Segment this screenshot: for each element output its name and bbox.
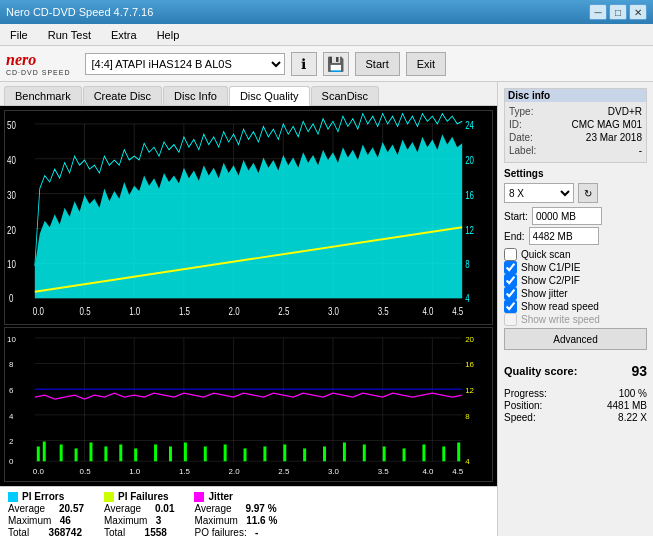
svg-text:0.0: 0.0: [33, 467, 45, 476]
titlebar: Nero CD-DVD Speed 4.7.7.16 ─ □ ✕: [0, 0, 653, 24]
svg-text:16: 16: [465, 190, 474, 201]
legend: PI Errors Average 20.57 Maximum 46 Total…: [0, 486, 497, 536]
svg-text:20: 20: [465, 155, 474, 166]
progress-section: Progress: 100 % Position: 4481 MB Speed:…: [504, 388, 647, 424]
svg-text:1.0: 1.0: [129, 467, 141, 476]
svg-text:2.5: 2.5: [278, 306, 289, 317]
svg-rect-75: [422, 444, 425, 461]
svg-rect-74: [403, 448, 406, 461]
refresh-button[interactable]: ↻: [578, 183, 598, 203]
close-button[interactable]: ✕: [629, 4, 647, 20]
svg-text:0.0: 0.0: [33, 306, 44, 317]
svg-text:12: 12: [465, 386, 474, 395]
disc-info-title: Disc info: [505, 89, 646, 102]
minimize-button[interactable]: ─: [589, 4, 607, 20]
svg-rect-65: [224, 444, 227, 461]
svg-text:3.5: 3.5: [378, 306, 389, 317]
nero-sub-text: CD·DVD SPEED: [6, 69, 71, 76]
show-read-row: Show read speed: [504, 300, 647, 313]
svg-text:4: 4: [9, 412, 14, 421]
svg-text:2: 2: [9, 438, 13, 447]
menu-run-test[interactable]: Run Test: [42, 27, 97, 43]
show-write-row: Show write speed: [504, 313, 647, 326]
tab-disc-info[interactable]: Disc Info: [163, 86, 228, 105]
disc-type-row: Type: DVD+R: [509, 106, 642, 117]
pi-errors-maximum: Maximum 46: [8, 515, 84, 526]
quick-scan-checkbox[interactable]: [504, 248, 517, 261]
tab-benchmark[interactable]: Benchmark: [4, 86, 82, 105]
svg-text:3.5: 3.5: [378, 467, 390, 476]
svg-text:12: 12: [465, 225, 474, 236]
jitter-title: Jitter: [194, 491, 277, 502]
tab-create-disc[interactable]: Create Disc: [83, 86, 162, 105]
svg-rect-66: [244, 448, 247, 461]
jitter-maximum: Maximum 11.6 %: [194, 515, 277, 526]
svg-rect-71: [343, 443, 346, 462]
svg-rect-76: [442, 446, 445, 461]
window-controls: ─ □ ✕: [589, 4, 647, 20]
svg-text:4.0: 4.0: [422, 306, 433, 317]
pi-errors-average: Average 20.57: [8, 503, 84, 514]
menu-help[interactable]: Help: [151, 27, 186, 43]
svg-text:2.5: 2.5: [278, 467, 290, 476]
svg-text:0.5: 0.5: [80, 467, 92, 476]
svg-rect-57: [89, 443, 92, 462]
top-chart: 50 40 30 20 10 0 24 20 16 12 8 4 0.0 0.5: [4, 110, 493, 325]
maximize-button[interactable]: □: [609, 4, 627, 20]
svg-text:16: 16: [465, 361, 474, 370]
window-title: Nero CD-DVD Speed 4.7.7.16: [6, 6, 153, 18]
speed-row: Speed: 8.22 X: [504, 412, 647, 423]
end-mb-input[interactable]: [529, 227, 599, 245]
start-mb-input[interactable]: [532, 207, 602, 225]
svg-text:8: 8: [465, 260, 469, 271]
menu-extra[interactable]: Extra: [105, 27, 143, 43]
svg-text:20: 20: [465, 335, 474, 344]
svg-text:0.5: 0.5: [80, 306, 91, 317]
svg-text:6: 6: [9, 386, 14, 395]
svg-text:20: 20: [7, 225, 16, 236]
svg-text:0: 0: [9, 293, 13, 304]
save-icon-button[interactable]: 💾: [323, 52, 349, 76]
start-mb-row: Start:: [504, 207, 647, 225]
jitter-color-dot: [194, 492, 204, 502]
svg-rect-73: [383, 446, 386, 461]
speed-row: 8 X ↻: [504, 183, 647, 203]
svg-rect-63: [184, 443, 187, 462]
tab-scandisc[interactable]: ScanDisc: [311, 86, 379, 105]
start-button[interactable]: Start: [355, 52, 400, 76]
show-jitter-checkbox[interactable]: [504, 287, 517, 300]
quality-row: Quality score: 93: [504, 363, 647, 379]
svg-rect-55: [60, 444, 63, 461]
advanced-button[interactable]: Advanced: [504, 328, 647, 350]
exit-button[interactable]: Exit: [406, 52, 446, 76]
svg-text:4: 4: [465, 293, 469, 304]
speed-select[interactable]: 8 X: [504, 183, 574, 203]
svg-text:4.5: 4.5: [452, 306, 463, 317]
pi-failures-legend: PI Failures Average 0.01 Maximum 3 Total…: [104, 491, 174, 536]
menubar: File Run Test Extra Help: [0, 24, 653, 46]
info-icon-button[interactable]: ℹ: [291, 52, 317, 76]
svg-rect-54: [43, 442, 46, 462]
svg-rect-64: [204, 446, 207, 461]
svg-rect-67: [263, 446, 266, 461]
svg-text:10: 10: [7, 260, 16, 271]
tab-disc-quality[interactable]: Disc Quality: [229, 86, 310, 106]
show-jitter-row: Show jitter: [504, 287, 647, 300]
svg-text:1.0: 1.0: [129, 306, 140, 317]
position-row: Position: 4481 MB: [504, 400, 647, 411]
svg-text:4: 4: [465, 457, 470, 466]
pi-errors-total: Total 368742: [8, 527, 84, 536]
show-read-checkbox[interactable]: [504, 300, 517, 313]
drive-select[interactable]: [4:4] ATAPI iHAS124 B AL0S: [85, 53, 285, 75]
jitter-average: Average 9.97 %: [194, 503, 277, 514]
menu-file[interactable]: File: [4, 27, 34, 43]
svg-text:24: 24: [465, 120, 474, 131]
pi-failures-total: Total 1558: [104, 527, 174, 536]
disc-date-row: Date: 23 Mar 2018: [509, 132, 642, 143]
pi-errors-legend: PI Errors Average 20.57 Maximum 46 Total…: [8, 491, 84, 536]
show-c1-checkbox[interactable]: [504, 261, 517, 274]
svg-rect-53: [37, 446, 40, 461]
po-failures: PO failures: -: [194, 527, 277, 536]
show-c2-checkbox[interactable]: [504, 274, 517, 287]
nero-logo: nero CD·DVD SPEED: [6, 51, 71, 76]
